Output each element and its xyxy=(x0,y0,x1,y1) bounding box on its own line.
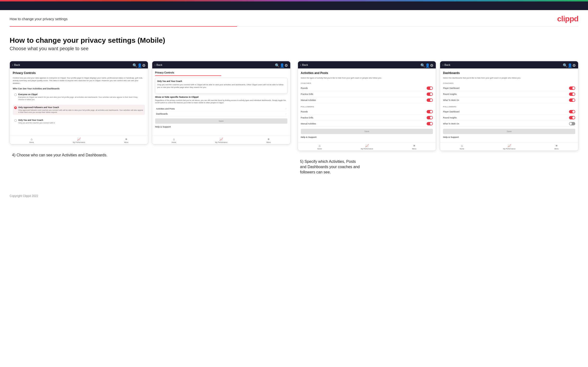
caption4: 4) Choose who can see your Activities an… xyxy=(12,152,107,158)
tab-performance4[interactable]: 📈 My Performance xyxy=(503,144,515,150)
performance-icon: 📈 xyxy=(77,137,81,141)
coaches-manual-toggle[interactable] xyxy=(427,99,433,102)
toggle-coaches-drills: Practice Drills xyxy=(301,91,433,97)
search-icon: 🔍 xyxy=(132,63,136,67)
followers-drills-toggle[interactable] xyxy=(427,116,433,119)
screenshots-layout: ‹ Back 🔍 👤 ⚙ Privacy Controls xyxy=(10,61,578,175)
coaches-manual-label: Manual Activities xyxy=(301,99,316,101)
screen1-back: ‹ Back xyxy=(12,63,20,66)
followers-manual-toggle[interactable] xyxy=(427,122,433,125)
tab-performance2[interactable]: 📈 My Performance xyxy=(215,137,227,143)
tab-menu4[interactable]: ≡ Menu xyxy=(554,144,559,150)
screen3-back: ‹ Back xyxy=(300,63,308,66)
screen3: ‹ Back 🔍 👤 ⚙ Activities and Posts S xyxy=(298,61,436,151)
toggle-followers-rounds: Rounds xyxy=(301,109,433,115)
tab-menu-label2: Menu xyxy=(267,142,271,143)
followers-what-to-work-label: What To Work On xyxy=(443,123,459,125)
toggle-coaches-rounds: Rounds xyxy=(301,85,433,91)
option-coach-only[interactable]: Only You and Your Coach Only you and the… xyxy=(13,117,145,126)
tab-menu-label4: Menu xyxy=(554,148,559,150)
followers-player-dash-label: Player Dashboard xyxy=(443,110,459,113)
settings-icon2: ⚙ xyxy=(285,63,288,67)
coaches-what-to-work-toggle[interactable] xyxy=(569,99,575,102)
save-button3[interactable]: Save xyxy=(301,129,433,134)
tab-performance3[interactable]: 📈 My Performance xyxy=(361,144,373,150)
help-support-label4: Help & Support xyxy=(443,134,575,139)
screen3-topbar-icons: 🔍 👤 ⚙ xyxy=(420,63,433,67)
followers-round-insights-toggle[interactable] xyxy=(569,116,575,119)
activities-chevron-icon: › xyxy=(286,108,286,110)
screen3-body: Activities and Posts Select the types of… xyxy=(298,68,436,142)
followers-rounds-toggle[interactable] xyxy=(427,110,433,113)
toggle-coaches-player-dash: Player Dashboard xyxy=(443,85,575,91)
search-icon3: 🔍 xyxy=(420,63,424,67)
option-followers-title: Only Approved Followers and Your Coach xyxy=(18,106,144,108)
followers-what-to-work-toggle[interactable] xyxy=(569,122,575,125)
screen1-desc: Control how you and your data appears to… xyxy=(13,77,145,85)
screen2: ‹ Back 🔍 👤 ⚙ Priv xyxy=(152,61,291,144)
coaches-drills-toggle[interactable] xyxy=(427,92,433,96)
followers-round-insights-label: Round Insights xyxy=(443,117,457,119)
caption5-line2: and Dashboards your coaches and xyxy=(300,165,360,169)
tab-performance-label4: My Performance xyxy=(503,148,515,150)
option-everyone[interactable]: Everyone on Clippd Everyone on Clippd ca… xyxy=(13,92,145,102)
screen2-back: ‹ Back xyxy=(155,63,162,66)
footer: Copyright Clippd 2022 xyxy=(0,190,588,202)
tab-home3[interactable]: ⌂ Home xyxy=(318,144,322,150)
toggle-followers-round-insights: Round Insights xyxy=(443,115,575,121)
dropdown-title: Only You and Your Coach xyxy=(157,80,285,82)
screen4-back-label: Back xyxy=(444,63,450,66)
screen1: ‹ Back 🔍 👤 ⚙ Privacy Controls xyxy=(10,61,148,144)
followers-player-dash-toggle[interactable] xyxy=(569,110,575,113)
option-followers[interactable]: Only Approved Followers and Your Coach O… xyxy=(13,105,145,115)
dashboards-link[interactable]: Dashboards › xyxy=(155,111,287,117)
screen1-topbar: ‹ Back 🔍 👤 ⚙ xyxy=(10,61,148,68)
caption4-container: 4) Choose who can see your Activities an… xyxy=(10,148,291,158)
tab-home[interactable]: ⌂ Home xyxy=(29,137,34,143)
coaches-label3: COACHES xyxy=(301,82,433,84)
home-icon3: ⌂ xyxy=(319,144,320,148)
screen2-tabbar: ⌂ Home 📈 My Performance ≡ Menu xyxy=(152,136,290,144)
toggle-coaches-what-to-work: What To Work On xyxy=(443,97,575,103)
back-chevron-icon4: ‹ xyxy=(442,63,443,66)
followers-label4: FOLLOWERS xyxy=(443,106,575,108)
coaches-round-insights-toggle[interactable] xyxy=(569,92,575,96)
tab-performance-label3: My Performance xyxy=(361,148,373,150)
screen2-topbar-icons: 🔍 👤 ⚙ xyxy=(275,63,288,67)
privacy-tab-container: Privacy Controls xyxy=(155,71,287,76)
save-button4[interactable]: Save xyxy=(443,129,575,134)
tab-menu-label3: Menu xyxy=(412,148,416,150)
save-button2[interactable]: Save xyxy=(155,118,287,124)
screen2-container: ‹ Back 🔍 👤 ⚙ Priv xyxy=(152,61,291,144)
coaches-drills-label: Practice Drills xyxy=(301,93,313,95)
settings-icon4: ⚙ xyxy=(572,63,576,67)
screen1-container: ‹ Back 🔍 👤 ⚙ Privacy Controls xyxy=(10,61,148,144)
option-followers-text: Only Approved Followers and Your Coach O… xyxy=(18,106,144,114)
followers-rounds-label: Rounds xyxy=(301,110,308,113)
tab-menu3[interactable]: ≡ Menu xyxy=(412,144,416,150)
search-icon4: 🔍 xyxy=(563,63,566,67)
tab-menu2[interactable]: ≡ Menu xyxy=(267,137,271,143)
tab-performance-label: My Performance xyxy=(73,142,85,143)
back-chevron-icon3: ‹ xyxy=(300,63,301,66)
followers-manual-label: Manual Activities xyxy=(301,123,316,125)
tab-home-label4: Home xyxy=(459,148,464,150)
screen1-section-label: Who Can See Your Activities and Dashboar… xyxy=(13,87,145,90)
option-coach-only-title: Only You and Your Coach xyxy=(18,119,55,121)
option-everyone-text: Everyone on Clippd Everyone on Clippd ca… xyxy=(18,93,144,101)
home-icon4: ⌂ xyxy=(461,144,463,148)
tab-home2[interactable]: ⌂ Home xyxy=(172,137,176,143)
activities-posts-link[interactable]: Activities and Posts › xyxy=(155,106,287,111)
page-title: How to change your privacy settings (Mob… xyxy=(10,36,578,44)
tab-home4[interactable]: ⌂ Home xyxy=(459,144,464,150)
performance-icon2: 📈 xyxy=(219,137,223,141)
coaches-rounds-toggle[interactable] xyxy=(427,86,433,90)
radio-followers xyxy=(14,106,17,109)
screen3-tabbar: ⌂ Home 📈 My Performance ≡ Menu xyxy=(298,142,436,150)
tab-performance[interactable]: 📈 My Performance xyxy=(73,137,85,143)
coaches-player-dash-toggle[interactable] xyxy=(569,86,575,90)
tab-menu[interactable]: ≡ Menu xyxy=(124,137,129,143)
toggle-followers-drills: Practice Drills xyxy=(301,115,433,121)
people-icon2: 👤 xyxy=(280,63,283,67)
screen4-desc: Select the dashboards that you'd like to… xyxy=(443,77,575,79)
